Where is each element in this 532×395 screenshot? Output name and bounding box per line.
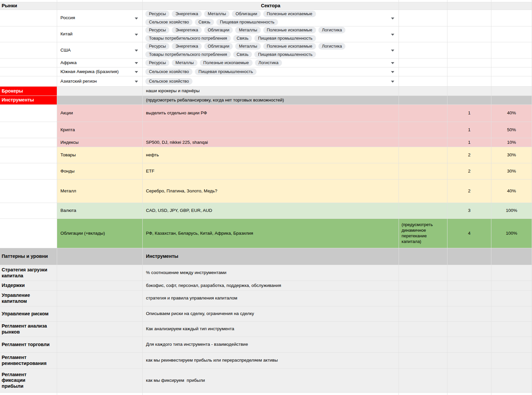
instrument-allocation-cell[interactable]: 40%: [491, 105, 532, 122]
cell-empty[interactable]: [491, 76, 532, 87]
sector-chip[interactable]: Облигации: [232, 11, 261, 17]
cell-empty[interactable]: [0, 105, 57, 122]
cell-empty[interactable]: [399, 87, 447, 96]
sector-chip[interactable]: Полезные ископаемые: [263, 11, 316, 17]
instrument-name-cell[interactable]: Индексы: [57, 138, 143, 147]
sector-chip[interactable]: Металлы: [172, 59, 197, 66]
instrument-name-cell[interactable]: Крипта: [57, 122, 143, 138]
section-label-cell[interactable]: Регламент торговли: [0, 337, 57, 353]
sector-chip[interactable]: Сельское хозяйство: [145, 78, 193, 85]
instrument-note-cell[interactable]: выделить отдельно акции РФ: [143, 105, 399, 122]
cell-empty[interactable]: [491, 87, 532, 96]
cell-empty[interactable]: [0, 59, 57, 67]
cell-empty[interactable]: [57, 322, 143, 337]
section-note-cell[interactable]: Инструменты: [143, 248, 399, 265]
section-label-cell[interactable]: Стратегия загрузки капитала: [0, 265, 57, 281]
markets-header-cell[interactable]: Рынки: [0, 2, 57, 10]
cell-empty[interactable]: [447, 337, 491, 353]
sectors-header-cell[interactable]: Сектора: [143, 2, 399, 10]
sector-chip[interactable]: Сельское хозяйство: [145, 19, 193, 25]
cell-empty[interactable]: [447, 59, 491, 67]
section-note-cell[interactable]: Как анализируем каждый тип инструмента: [143, 322, 399, 337]
sector-chip[interactable]: Облигации: [204, 27, 233, 33]
section-note-cell[interactable]: Для каждого типа инструмента - взаимодей…: [143, 337, 399, 353]
sector-chip[interactable]: Полезные ископаемые: [263, 27, 316, 33]
cell-empty[interactable]: [447, 76, 491, 87]
dropdown-arrow-icon[interactable]: [391, 50, 394, 52]
cell-empty[interactable]: [399, 105, 447, 122]
cell-empty[interactable]: [57, 369, 143, 393]
cell-empty[interactable]: [0, 26, 57, 42]
sector-chip[interactable]: Пищевая промышленность: [195, 68, 257, 75]
cell-empty[interactable]: [57, 337, 143, 353]
instrument-name-cell[interactable]: Облигации (+вклады): [57, 219, 143, 248]
sector-chip[interactable]: Энергетика: [172, 27, 202, 33]
cell-empty[interactable]: [0, 219, 57, 248]
instrument-extra-note-cell[interactable]: (предусмотреть динамичное перетекание ка…: [399, 219, 447, 248]
sectors-select-russia[interactable]: Ресурсы Энергетика Металлы Облигации Пол…: [143, 10, 399, 26]
cell-empty[interactable]: [399, 291, 447, 306]
section-note-cell[interactable]: как мы реинвестируем прибыль или перерас…: [143, 353, 399, 369]
cell-empty[interactable]: [399, 369, 447, 393]
cell-empty[interactable]: [399, 26, 447, 42]
sector-chip[interactable]: Облигации: [204, 43, 233, 50]
cell-empty[interactable]: [0, 163, 57, 179]
section-label-cell[interactable]: Регламент фиксации прибыли: [0, 369, 57, 393]
cell-empty[interactable]: [399, 96, 447, 105]
sectors-select-south-america[interactable]: Сельское хозяйство Пищевая промышленност…: [143, 67, 399, 76]
instrument-allocation-cell[interactable]: 10%: [491, 138, 532, 147]
instrument-note-cell[interactable]: CAD, USD, JPY, GBP, EUR, AUD: [143, 203, 399, 219]
instruments-label-cell[interactable]: Инструменты: [0, 96, 57, 105]
instrument-allocation-cell[interactable]: 40%: [491, 179, 532, 203]
instrument-name-cell[interactable]: Акции: [57, 105, 143, 122]
cell-empty[interactable]: [0, 122, 57, 138]
cell-empty[interactable]: [0, 147, 57, 163]
sector-chip[interactable]: Полезные ископаемые: [263, 43, 316, 50]
instrument-note-cell[interactable]: ETF: [143, 163, 399, 179]
cell-empty[interactable]: [491, 369, 532, 393]
cell-empty[interactable]: [399, 179, 447, 203]
sector-chip[interactable]: Сельское хозяйство: [145, 68, 193, 75]
cell-empty[interactable]: [0, 179, 57, 203]
cell-empty[interactable]: [399, 10, 447, 26]
instrument-note-cell[interactable]: Серебро, Платина, Золото, Медь?: [143, 179, 399, 203]
cell-empty[interactable]: [399, 203, 447, 219]
cell-empty[interactable]: [399, 147, 447, 163]
market-select-asia[interactable]: Азиатский регион: [57, 76, 143, 87]
cell-empty[interactable]: [399, 265, 447, 281]
cell-empty[interactable]: [491, 291, 532, 306]
cell-empty[interactable]: [399, 76, 447, 87]
section-note-cell[interactable]: % соотношение между инструментами: [143, 265, 399, 281]
market-select-usa[interactable]: США: [57, 42, 143, 59]
instrument-priority-cell[interactable]: 1: [447, 122, 491, 138]
section-label-cell[interactable]: Издержки: [0, 281, 57, 291]
instrument-note-cell[interactable]: SP500, DJ, nikkei 225, shanqai: [143, 138, 399, 147]
cell-empty[interactable]: [399, 322, 447, 337]
cell-empty[interactable]: [491, 265, 532, 281]
cell-empty[interactable]: [447, 369, 491, 393]
section-note-cell[interactable]: Описываем риски на сделку, ограничения н…: [143, 306, 399, 322]
dropdown-arrow-icon[interactable]: [135, 50, 138, 52]
instrument-priority-cell[interactable]: 2: [447, 179, 491, 203]
sector-chip[interactable]: Ресурсы: [145, 43, 169, 50]
sector-chip[interactable]: Энергетика: [172, 11, 202, 17]
cell-empty[interactable]: [57, 353, 143, 369]
cell-empty[interactable]: [491, 26, 532, 42]
market-select-russia[interactable]: Россия: [57, 10, 143, 26]
sector-chip[interactable]: Товары потребительского потребления: [145, 35, 231, 42]
instrument-name-cell[interactable]: Металл: [57, 179, 143, 203]
market-select-china[interactable]: Китай: [57, 26, 143, 42]
dropdown-arrow-icon[interactable]: [391, 18, 394, 20]
sector-chip[interactable]: Логистика: [255, 59, 282, 66]
cell-empty[interactable]: [57, 248, 143, 265]
cell-empty[interactable]: [0, 203, 57, 219]
instrument-allocation-cell[interactable]: 100%: [491, 203, 532, 219]
instruments-note-cell[interactable]: (прдусмотреть ребалансировку, когда нет …: [143, 96, 399, 105]
brokers-note-cell[interactable]: наши юрокеры и парнёры: [143, 87, 399, 96]
sector-chip[interactable]: Ресурсы: [145, 27, 169, 33]
cell-empty[interactable]: [491, 353, 532, 369]
cell-empty[interactable]: [0, 42, 57, 59]
section-label-cell[interactable]: Регламент реинвестирования: [0, 353, 57, 369]
instrument-priority-cell[interactable]: 2: [447, 147, 491, 163]
cell-empty[interactable]: [447, 26, 491, 42]
